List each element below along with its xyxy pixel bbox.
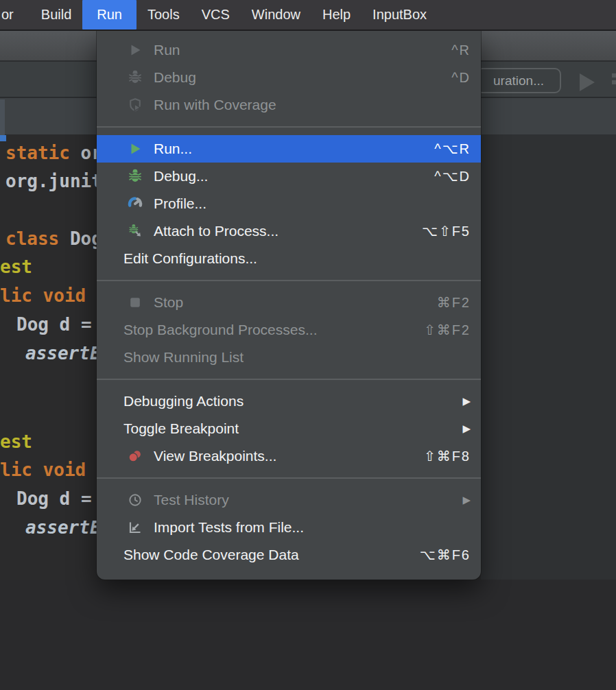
menu-item-label: Import Tests from File... xyxy=(154,519,304,536)
menu-item-show-running-list[interactable]: Show Running List xyxy=(97,344,481,371)
test-history-icon xyxy=(127,492,143,508)
menu-item-stop[interactable]: Stop ⌘F2 xyxy=(97,289,481,316)
menu-item-edit-configurations[interactable]: Edit Configurations... xyxy=(97,245,481,272)
menu-item-label: Toggle Breakpoint xyxy=(123,420,239,437)
view-breakpoints-icon xyxy=(127,448,143,464)
code-token: lic void xyxy=(0,285,97,306)
editor-tab-accent xyxy=(0,135,6,141)
profile-icon xyxy=(127,195,143,212)
menubar-item-inputbox[interactable]: InputBox xyxy=(362,0,438,29)
debug-icon xyxy=(127,69,143,86)
run-icon xyxy=(127,141,143,157)
code-token: static xyxy=(5,143,70,163)
run-toolbar-icon[interactable] xyxy=(580,73,595,91)
menu-item-label: Debug... xyxy=(154,168,208,185)
menu-item-label: Show Running List xyxy=(123,349,244,366)
submenu-arrow-icon: ▶ xyxy=(462,423,471,435)
menu-item-label: Run... xyxy=(154,141,192,157)
menu-item-label: Debug xyxy=(154,69,196,86)
menubar-item-help[interactable]: Help xyxy=(311,0,362,29)
code-token: org.junit xyxy=(5,171,102,191)
debug-icon xyxy=(127,168,143,185)
menu-item-test-history[interactable]: Test History ▶ xyxy=(97,486,481,514)
menu-item-label: Profile... xyxy=(154,195,206,212)
menu-item-view-breakpoints[interactable]: View Breakpoints... ⇧⌘F8 xyxy=(97,442,481,470)
code-line: static or xyxy=(5,144,102,162)
menu-item-label: Edit Configurations... xyxy=(123,250,257,267)
stop-icon xyxy=(127,294,143,311)
menu-item-shortcut: ^D xyxy=(451,70,471,86)
menu-item-profile[interactable]: Profile... xyxy=(97,190,481,217)
code-token: Dog xyxy=(59,228,102,249)
menu-item-import-tests-from-file[interactable]: Import Tests from File... xyxy=(97,514,481,541)
menu-item-stop-background-processes[interactable]: Stop Background Processes... ⇧⌘F2 xyxy=(97,316,481,344)
tool-window-stripe xyxy=(0,99,5,136)
menu-item-label: Debugging Actions xyxy=(123,393,244,409)
attach-icon xyxy=(127,223,143,239)
menubar-item-window[interactable]: Window xyxy=(241,0,311,29)
menu-separator xyxy=(97,477,481,479)
submenu-arrow-icon: ▶ xyxy=(462,395,471,407)
menubar-item-tools[interactable]: Tools xyxy=(137,0,191,29)
menu-item-label: Show Code Coverage Data xyxy=(123,547,299,563)
menu-separator xyxy=(97,126,481,128)
code-line: lic void xyxy=(0,287,97,305)
run-icon xyxy=(127,42,143,58)
code-line: est xyxy=(0,258,32,276)
menu-item-label: View Breakpoints... xyxy=(154,448,276,464)
code-token: Dog d = xyxy=(16,314,102,335)
menu-item-run-disabled[interactable]: Run ^R xyxy=(97,36,481,64)
menu-item-shortcut: ⌥⇧F5 xyxy=(422,223,471,239)
code-token: est xyxy=(0,257,32,277)
menu-item-shortcut: ^⌥R xyxy=(434,141,471,157)
menu-item-shortcut: ^R xyxy=(451,43,471,58)
menu-item-run-with-coverage[interactable]: Run with Coverage xyxy=(97,91,481,119)
menu-item-label: Attach to Process... xyxy=(154,223,279,239)
menu-item-toggle-breakpoint[interactable]: Toggle Breakpoint ▶ xyxy=(97,415,481,442)
code-token: lic void xyxy=(0,460,97,480)
editor-background xyxy=(481,134,616,580)
menu-item-shortcut: ⌥⌘F6 xyxy=(420,547,471,563)
menu-item-label: Run with Coverage xyxy=(154,97,276,113)
run-menu-dropdown: Run ^R Debug ^D Run with Coverage Run...… xyxy=(97,31,481,580)
menubar-item-run[interactable]: Run xyxy=(82,0,137,29)
menu-item-show-code-coverage-data[interactable]: Show Code Coverage Data ⌥⌘F6 xyxy=(97,541,481,569)
menu-item-run-dialog[interactable]: Run... ^⌥R xyxy=(97,135,481,163)
menu-item-shortcut: ⇧⌘F8 xyxy=(424,448,471,464)
code-line: Dog d = xyxy=(16,490,102,508)
menu-item-shortcut: ⌘F2 xyxy=(437,294,471,311)
menu-item-shortcut: ^⌥D xyxy=(434,168,471,185)
menubar-item-build[interactable]: Build xyxy=(30,0,82,29)
code-line: Dog d = xyxy=(16,316,102,333)
code-token: class xyxy=(5,228,59,249)
editor-background xyxy=(0,580,616,690)
menu-item-label: Run xyxy=(154,42,180,58)
code-token: Dog d = xyxy=(16,488,102,509)
menubar-border xyxy=(0,29,616,31)
menu-item-debug-disabled[interactable]: Debug ^D xyxy=(97,64,481,91)
menu-item-attach-to-process[interactable]: Attach to Process... ⌥⇧F5 xyxy=(97,217,481,245)
menubar: or Build Run Tools VCS Window Help Input… xyxy=(0,0,616,29)
menu-separator xyxy=(97,280,481,281)
menu-separator xyxy=(97,379,481,380)
code-line: est xyxy=(0,433,32,451)
code-line: lic void xyxy=(0,461,97,479)
menu-item-debug-dialog[interactable]: Debug... ^⌥D xyxy=(97,163,481,190)
menu-item-debugging-actions[interactable]: Debugging Actions ▶ xyxy=(97,388,481,415)
menu-item-label: Stop xyxy=(154,294,183,311)
submenu-arrow-icon: ▶ xyxy=(462,494,471,506)
toolbar-overflow-icon[interactable] xyxy=(612,73,616,92)
coverage-icon xyxy=(127,97,143,113)
menubar-item-vcs[interactable]: VCS xyxy=(191,0,241,29)
menu-item-label: Test History xyxy=(154,492,229,508)
menubar-item-refactor-truncated[interactable]: or xyxy=(0,0,21,29)
code-line: org.junit xyxy=(5,172,102,190)
code-token: est xyxy=(0,431,32,452)
import-tests-icon xyxy=(127,519,143,536)
menu-item-label: Stop Background Processes... xyxy=(123,322,318,338)
add-configuration-button[interactable]: uration... xyxy=(476,68,561,93)
code-line: class Dog xyxy=(5,230,102,248)
menu-item-shortcut: ⇧⌘F2 xyxy=(424,322,471,338)
